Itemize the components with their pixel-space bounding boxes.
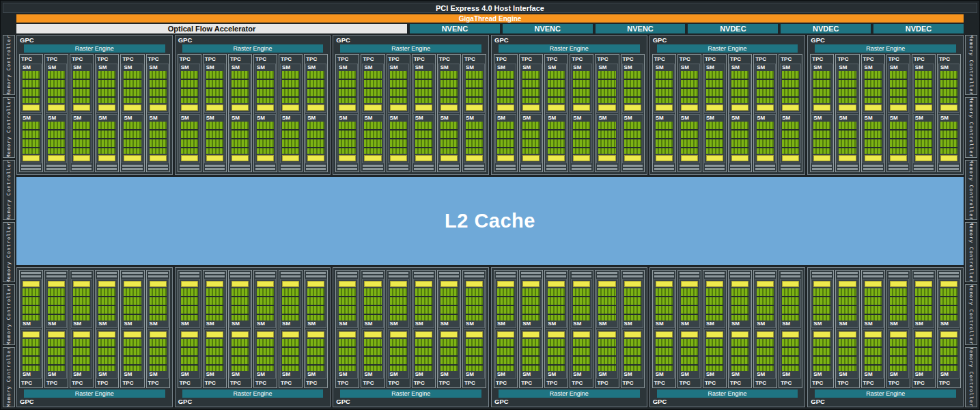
sm-label: SM [837,64,857,71]
texture-bar [122,165,142,167]
texture-bar [72,272,92,274]
sm-core-array [364,288,381,320]
memory-controller-column-left: Memory ControllerMemory ControllerMemory… [3,35,15,407]
tpc-texture-bars [837,165,857,170]
tpc-label: TPC [362,55,383,63]
tpc-row: TPCSMSMTPCSMSMTPCSMSMTPCSMSMTPCSMSMTPCSM… [335,270,486,388]
sm-core-array [940,122,957,154]
texture-bar [755,168,775,170]
sm-label: SM [363,64,382,71]
sm-block: SM [71,114,92,163]
memory-controller-label: Memory Controller [968,284,974,344]
sm-core-array [706,339,723,371]
sm-core-array [681,71,698,103]
sm-register-bar [415,281,432,287]
raster-engine-bar: Raster Engine [24,390,165,398]
memory-controller-label: Memory Controller [968,160,974,220]
texture-bar [597,168,617,170]
sm-label: SM [46,320,66,327]
tpc-label: TPC [20,55,42,63]
texture-bar [230,168,250,170]
sm-register-bar [466,281,483,287]
sm-core-array [206,339,223,371]
sm-register-bar [364,331,381,338]
sm-core-array [390,122,407,154]
sm-block: SM [755,279,776,328]
sm-register-bar [731,155,748,161]
sm-label: SM [705,320,725,327]
sm-block: SM [388,329,409,379]
tpc-block: TPCSMSM [570,270,593,388]
tpc-texture-bars [363,272,382,277]
tpc-label: TPC [71,55,92,63]
sm-label: SM [46,115,66,122]
sm-label: SM [255,64,275,71]
sm-label: SM [389,115,408,122]
sm-register-bar [150,105,167,111]
texture-bar [623,165,643,167]
sm-block: SM [20,279,42,328]
sm-block: SM [280,329,301,379]
sm-block: SM [863,329,884,379]
sm-block: SM [337,279,358,328]
texture-bar [72,275,92,277]
sm-register-bar [390,281,407,287]
sm-block: SM [679,279,700,328]
sm-block: SM [438,279,460,328]
sm-label: SM [72,64,92,71]
texture-bar [46,275,66,277]
texture-bar [255,275,275,277]
tpc-texture-bars [122,272,142,277]
texture-bar [546,168,566,170]
texture-bar [205,275,225,277]
sm-label: SM [572,371,591,378]
texture-bar [888,165,908,167]
sm-register-bar [706,281,723,287]
sm-block: SM [863,114,884,163]
sm-register-bar [656,281,673,287]
tpc-texture-bars [230,165,250,170]
sm-register-bar [48,105,65,111]
tpc-texture-bars [863,272,883,277]
sm-register-bar [757,281,774,287]
sm-core-array [598,288,615,320]
sm-register-bar [624,331,641,338]
sm-block: SM [863,279,884,328]
sm-block: SM [464,329,485,379]
sm-register-bar [181,155,198,161]
texture-bar [521,275,541,277]
sm-block: SM [464,279,485,328]
sm-label: SM [730,64,750,71]
tpc-texture-bars [414,165,434,170]
sm-core-array [339,122,356,154]
sm-core-array [731,71,748,103]
sm-register-bar [573,105,590,111]
sm-register-bar [681,331,698,338]
sm-label: SM [597,320,617,327]
tpc-label: TPC [863,55,884,63]
tpc-block: TPCSMSM [728,54,752,172]
sm-core-array [573,288,590,320]
sm-core-array [706,288,723,320]
sm-label: SM [230,320,250,327]
sm-register-bar [598,281,615,287]
tpc-label: TPC [20,379,42,387]
sm-label: SM [464,371,484,378]
sm-label: SM [863,115,883,122]
sm-register-bar [257,281,274,287]
tpc-label: TPC [96,379,117,387]
sm-register-bar [731,105,748,111]
sm-core-array [48,288,65,320]
sm-register-bar [548,281,565,287]
tpc-texture-bars [439,272,459,277]
sm-block: SM [96,329,117,379]
tpc-block: TPCSMSM [203,54,227,172]
sm-register-bar [257,331,274,338]
sm-register-bar [150,281,167,287]
sm-block: SM [654,279,675,328]
sm-block: SM [413,114,434,163]
tpc-texture-bars [623,165,643,170]
sm-register-bar [865,281,882,287]
tpc-block: TPCSMSM [544,54,568,172]
sm-register-bar [497,331,514,338]
